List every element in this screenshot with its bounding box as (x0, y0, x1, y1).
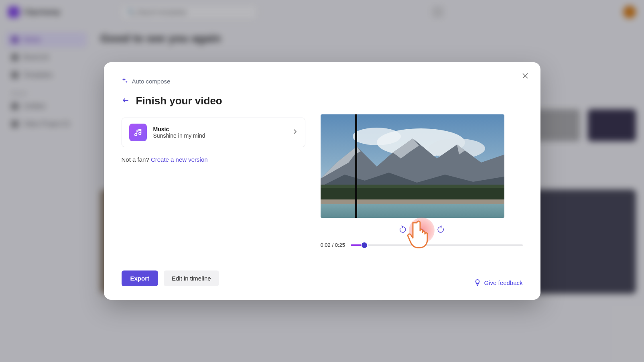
video-preview[interactable] (321, 114, 504, 218)
svg-rect-7 (321, 204, 504, 218)
give-feedback-link[interactable]: Give feedback (474, 279, 523, 286)
finish-video-modal: Auto compose Finish your video Music Sun… (104, 62, 540, 300)
svg-rect-8 (355, 114, 357, 218)
modal-overlay: Auto compose Finish your video Music Sun… (0, 0, 644, 362)
create-new-version-link[interactable]: Create a new version (151, 156, 208, 163)
not-fan-row: Not a fan? Create a new version (122, 156, 305, 163)
modal-left-panel: Auto compose Finish your video Music Sun… (104, 62, 321, 300)
music-card[interactable]: Music Sunshine in my mind (122, 118, 305, 147)
music-label: Music (153, 126, 286, 132)
sparkle-icon (122, 77, 128, 85)
modal-title: Finish your video (136, 95, 222, 107)
skip-forward-icon (437, 226, 445, 234)
back-button[interactable] (122, 96, 130, 106)
auto-compose-label: Auto compose (122, 77, 305, 85)
playback-controls (321, 224, 523, 237)
skip-forward-button[interactable] (437, 226, 445, 235)
progress-bar[interactable] (351, 244, 523, 246)
svg-rect-5 (321, 185, 504, 188)
play-highlight-indicator (409, 218, 435, 243)
music-track-title: Sunshine in my mind (153, 132, 286, 139)
skip-back-button[interactable] (399, 226, 407, 235)
skip-back-icon (399, 226, 407, 234)
chevron-right-icon (292, 129, 298, 136)
lightbulb-icon (474, 279, 481, 286)
svg-rect-6 (321, 199, 504, 205)
not-fan-text: Not a fan? (122, 156, 149, 163)
music-icon (129, 124, 147, 141)
svg-point-3 (353, 128, 401, 145)
auto-compose-text: Auto compose (132, 78, 171, 85)
edit-timeline-button[interactable]: Edit in timeline (164, 270, 219, 286)
progress-thumb[interactable] (362, 242, 367, 248)
feedback-text: Give feedback (484, 279, 523, 286)
arrow-left-icon (122, 96, 130, 104)
time-display: 0:02 / 0:25 (321, 242, 345, 248)
export-button[interactable]: Export (122, 270, 158, 286)
modal-right-panel: 0:02 / 0:25 Give feedback (321, 62, 540, 300)
